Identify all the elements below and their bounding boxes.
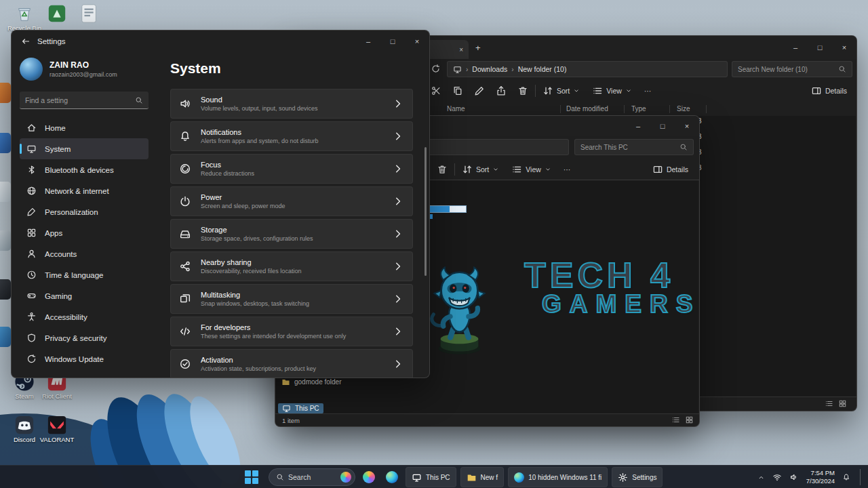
view-button[interactable]: View [511,164,551,175]
back-icon[interactable] [21,37,31,46]
desktop-icon-partial[interactable] [0,327,11,347]
scrollbar[interactable] [425,147,427,276]
desktop-icon-partial[interactable] [0,83,11,103]
settings-card-activation[interactable]: Activation Activation state, subscriptio… [170,349,413,378]
taskbar-clock[interactable]: 7:54 PM 7/30/2024 [806,469,835,486]
copy-icon[interactable] [452,85,463,96]
edge-button[interactable] [382,468,401,487]
breadcrumb-new-folder[interactable]: New folder (10) [518,65,567,73]
column-name[interactable]: Name [447,105,465,113]
maximize-button[interactable]: □ [380,30,405,52]
details-view-toggle-icon[interactable] [671,415,680,424]
desktop-icon-3[interactable] [68,3,111,25]
sidebar-item-apps[interactable]: Apps [20,222,149,243]
sort-button[interactable]: Sort [462,164,499,175]
find-a-setting-input[interactable]: Find a setting [20,92,149,109]
more-options-button[interactable]: ··· [644,87,652,95]
start-button[interactable] [239,468,264,487]
search-icon [276,473,284,481]
column-size[interactable]: Size [677,105,690,113]
settings-card-sound[interactable]: Sound Volume levels, output, input, soun… [170,89,413,119]
taskbar-app-browser-tab[interactable]: 10 hidden Windows 11 fi [508,467,608,487]
user-profile[interactable]: ZAIN RAO raozain2003@gmail.com [20,58,149,81]
explorer-front-search-box[interactable]: Search This PC [574,139,694,155]
delete-icon[interactable] [517,85,528,96]
close-button[interactable]: × [405,30,429,52]
close-button[interactable]: × [832,36,856,59]
nav-item-godmode-folder[interactable]: godmode folder [281,378,342,386]
copilot-button[interactable] [359,468,378,487]
share-icon[interactable] [496,85,507,96]
sidebar-item-accessibility[interactable]: Accessibility [20,306,149,327]
refresh-icon[interactable] [431,64,441,74]
search-highlights-icon[interactable] [340,472,351,483]
details-pane-button[interactable]: Details [652,164,688,175]
sidebar-item-windows-update[interactable]: Windows Update [20,348,149,369]
search-icon[interactable] [838,65,846,73]
settings-card-nearby-sharing[interactable]: Nearby sharing Discoverability, received… [170,251,413,281]
sort-button[interactable]: Sort [542,85,580,96]
icons-view-toggle-icon[interactable] [838,399,847,408]
delete-icon[interactable] [437,164,448,175]
wifi-icon[interactable] [772,472,782,482]
column-type[interactable]: Type [631,105,646,113]
desktop-icon-partial[interactable] [0,133,11,153]
icons-view-toggle-icon[interactable] [685,415,694,424]
notification-bell-icon[interactable] [842,473,850,481]
tab-close-icon[interactable]: × [459,46,463,54]
address-bar[interactable] [428,139,569,155]
search-icon[interactable] [679,143,688,151]
desktop-icon-valorant[interactable]: VALORANT [35,415,79,444]
chevron-right-icon [392,325,404,338]
more-options-button[interactable]: ··· [564,165,571,174]
details-view-toggle-icon[interactable] [825,399,833,408]
sidebar-item-accounts[interactable]: Accounts [20,243,149,264]
breadcrumb-downloads[interactable]: Downloads [472,65,507,73]
breadcrumb[interactable]: › Downloads › New folder (10) [447,61,728,77]
sidebar-item-home[interactable]: Home [20,117,149,138]
sidebar-item-bluetooth-devices[interactable]: Bluetooth & devices [20,159,149,180]
settings-card-for-developers[interactable]: For developers These settings are intend… [170,317,413,346]
cut-icon[interactable] [431,85,441,96]
chevron-right-icon [392,130,404,142]
settings-card-notifications[interactable]: Notifications Alerts from apps and syste… [170,121,413,151]
desktop-icon-partial[interactable] [0,230,11,251]
hidden-icons-chevron[interactable] [757,474,765,481]
sidebar-item-system[interactable]: System [20,138,149,159]
sidebar-item-privacy-security[interactable]: Privacy & security [20,327,149,348]
settings-card-power[interactable]: Power Screen and sleep, power mode [170,186,413,216]
settings-card-storage[interactable]: Storage Storage space, drives, configura… [170,219,413,249]
sidebar-item-personalization[interactable]: Personalization [20,201,149,222]
view-button[interactable]: View [592,85,632,96]
show-desktop-button[interactable] [860,469,863,485]
sidebar-item-time-language[interactable]: Time & language [20,264,149,285]
user-name: ZAIN RAO [50,60,117,70]
sidebar-item-gaming[interactable]: Gaming [20,285,149,306]
volume-icon[interactable] [789,472,799,482]
settings-card-multitasking[interactable]: Multitasking Snap windows, desktops, tas… [170,284,413,314]
new-tab-button[interactable]: + [475,43,481,53]
nav-item-this-pc[interactable]: This PC [278,403,323,413]
rename-icon[interactable] [474,85,485,96]
search-icon[interactable] [135,96,143,104]
desktop-icon-partial[interactable] [0,279,11,300]
minimize-button[interactable]: – [626,116,650,136]
taskbar-app-new-folder[interactable]: New f [460,467,505,487]
minimize-button[interactable]: – [356,30,380,52]
details-pane-button[interactable]: Details [811,85,847,96]
minimize-button[interactable]: – [783,36,808,59]
explorer-back-search-box[interactable]: Search New folder (10) [732,61,852,77]
maximize-button[interactable]: □ [808,36,832,59]
desktop-icon-label: VALORANT [35,436,79,444]
taskbar-search-box[interactable]: Search [269,468,355,486]
column-date-modified[interactable]: Date modified [566,105,608,113]
desktop-icon-partial[interactable] [0,182,11,202]
taskbar-app-settings[interactable]: Settings [612,467,663,487]
chevron-right-icon [392,260,404,272]
taskbar-app-this-pc[interactable]: This PC [406,467,456,487]
maximize-button[interactable]: □ [650,116,675,136]
close-button[interactable]: × [675,116,699,136]
settings-card-focus[interactable]: Focus Reduce distractions [170,154,413,184]
breadcrumb-separator: › [466,66,468,73]
sidebar-item-network-internet[interactable]: Network & internet [20,180,149,201]
